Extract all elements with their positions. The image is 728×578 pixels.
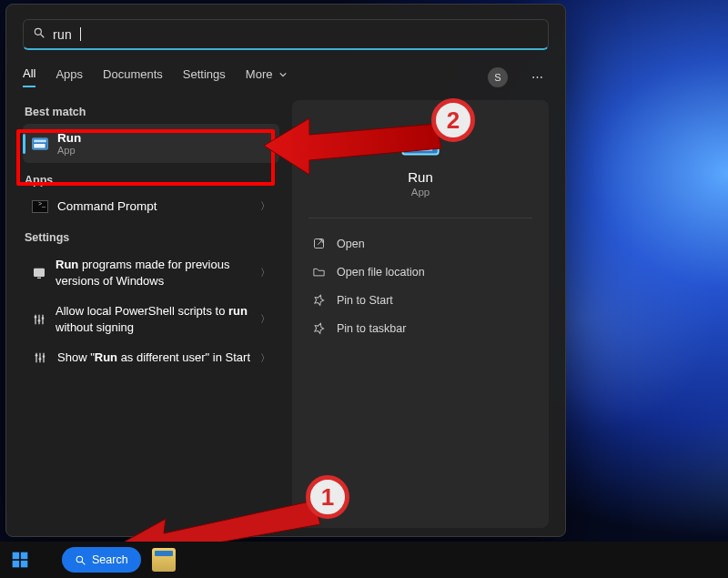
- svg-rect-15: [406, 132, 435, 139]
- result-command-prompt[interactable]: Command Prompt 〉: [23, 192, 279, 220]
- svg-rect-14: [406, 142, 432, 150]
- detail-subtitle: App: [308, 187, 532, 198]
- start-search-flyout: run All Apps Documents Settings More S ⋯…: [5, 4, 566, 537]
- overflow-menu[interactable]: ⋯: [528, 70, 549, 84]
- detail-pane: Run App Open Open file location Pin to S…: [292, 100, 549, 528]
- action-open[interactable]: Open: [308, 229, 532, 258]
- annotation-badge-1: 1: [306, 475, 349, 519]
- user-avatar[interactable]: S: [488, 67, 508, 87]
- result-powershell-scripts[interactable]: Allow local PowerShell scripts to run wi…: [23, 296, 279, 342]
- open-icon: [312, 237, 326, 250]
- pin-icon: [312, 321, 326, 335]
- action-label: Pin to Start: [337, 294, 393, 307]
- result-title: Command Prompt: [57, 199, 157, 213]
- cmd-icon: [32, 200, 48, 213]
- action-label: Open: [337, 238, 365, 250]
- taskbar-search-label: Search: [92, 553, 128, 566]
- text-caret: [80, 27, 81, 41]
- svg-point-11: [39, 358, 42, 360]
- svg-rect-20: [21, 553, 28, 560]
- search-icon: [75, 554, 86, 566]
- svg-point-8: [38, 319, 41, 322]
- settings-item-icon: [32, 265, 46, 281]
- action-pin-to-start[interactable]: Pin to Start: [308, 286, 532, 314]
- filter-tabs: All Apps Documents Settings More S ⋯: [23, 66, 549, 87]
- result-title: Run: [57, 131, 81, 145]
- result-title: Allow local PowerShell scripts to run wi…: [56, 303, 251, 335]
- svg-point-0: [35, 28, 41, 35]
- settings-item-icon: [32, 311, 46, 328]
- pin-icon: [312, 293, 326, 307]
- detail-title: Run: [308, 169, 532, 185]
- chevron-down-icon: [279, 71, 287, 78]
- svg-rect-6: [37, 277, 41, 278]
- result-compat-programs[interactable]: Run programs made for previous versions …: [23, 249, 279, 296]
- svg-point-23: [76, 556, 83, 563]
- section-apps: Apps: [25, 174, 279, 187]
- tab-settings[interactable]: Settings: [183, 67, 226, 86]
- search-input[interactable]: run: [23, 19, 549, 50]
- selection-indicator: [23, 134, 25, 154]
- result-title: Run programs made for previous versions …: [56, 257, 251, 289]
- folder-icon: [312, 265, 326, 279]
- svg-point-7: [35, 316, 37, 319]
- svg-line-1: [41, 34, 45, 37]
- svg-line-24: [82, 562, 85, 564]
- result-title: Show "Run as different user" in Start: [57, 350, 250, 366]
- svg-rect-22: [21, 561, 28, 568]
- action-pin-to-taskbar[interactable]: Pin to taskbar: [308, 314, 532, 342]
- tab-documents[interactable]: Documents: [103, 67, 163, 86]
- tab-more[interactable]: More: [246, 67, 287, 86]
- action-label: Open file location: [337, 266, 425, 279]
- svg-point-12: [43, 356, 46, 359]
- search-icon: [33, 26, 46, 43]
- svg-rect-3: [34, 144, 45, 148]
- svg-rect-19: [13, 553, 20, 560]
- result-run-as-user[interactable]: Show "Run as different user" in Start 〉: [23, 342, 279, 373]
- taskbar: Search: [0, 542, 728, 578]
- svg-point-9: [42, 317, 45, 319]
- tab-more-label: More: [246, 67, 273, 81]
- svg-point-10: [35, 354, 38, 357]
- action-label: Pin to taskbar: [337, 322, 406, 335]
- taskbar-search-button[interactable]: Search: [62, 547, 141, 573]
- annotation-badge-2: 2: [431, 98, 475, 142]
- svg-rect-4: [34, 139, 46, 142]
- run-icon: [32, 136, 48, 152]
- run-icon-large: [308, 126, 532, 160]
- svg-rect-21: [13, 561, 20, 568]
- svg-rect-5: [34, 268, 45, 276]
- settings-item-icon: [32, 350, 48, 366]
- chevron-right-icon: 〉: [260, 312, 270, 326]
- chevron-right-icon: 〉: [260, 266, 270, 279]
- result-subtitle: App: [57, 145, 81, 156]
- start-button[interactable]: [7, 547, 33, 573]
- result-run-app[interactable]: Run App: [23, 124, 279, 163]
- taskbar-app-icon[interactable]: [152, 548, 176, 572]
- tab-apps[interactable]: Apps: [56, 67, 83, 86]
- section-best-match: Best match: [25, 106, 279, 118]
- search-query-text: run: [53, 27, 72, 42]
- section-settings: Settings: [25, 231, 279, 244]
- windows-logo-icon: [11, 551, 29, 569]
- chevron-right-icon: 〉: [260, 199, 270, 213]
- tab-all[interactable]: All: [23, 66, 35, 87]
- divider: [308, 218, 532, 218]
- action-open-file-location[interactable]: Open file location: [308, 258, 532, 286]
- chevron-right-icon: 〉: [260, 351, 270, 365]
- results-list: Best match Run App Apps Command Prompt 〉…: [23, 100, 279, 528]
